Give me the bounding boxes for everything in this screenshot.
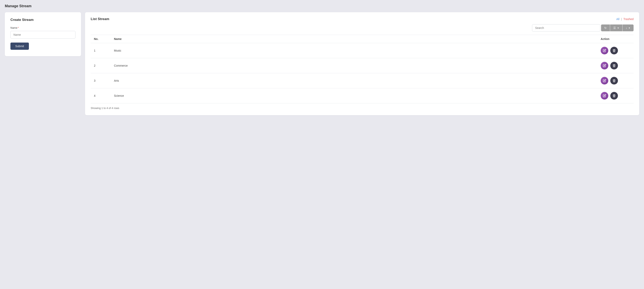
list-panel: List Stream All | Trashed ↻ ☰ ▼ ↓ ▼ [85,12,639,115]
table-row: 2Commerce [91,58,634,73]
table-body: 1Music2Commerce3Arts4Science [91,43,634,103]
edit-button[interactable] [601,47,608,54]
toolbar: ↻ ☰ ▼ ↓ ▼ [91,24,634,32]
name-input[interactable] [10,31,76,38]
filter-trashed-link[interactable]: Trashed [623,18,634,21]
search-box [532,24,600,32]
cell-no: 4 [91,88,111,103]
table-header-row: No. Name Action [91,35,634,43]
cell-no: 1 [91,43,111,58]
cell-name: Science [111,88,598,103]
cell-no: 3 [91,73,111,88]
cell-action [598,88,634,103]
required-indicator: * [18,26,19,29]
showing-text: Showing 1 to 4 of 4 rows [91,106,634,110]
col-header-name: Name [111,35,598,43]
main-layout: Create Stream Name* Submit List Stream A… [5,12,639,115]
refresh-button[interactable]: ↻ [601,24,610,31]
col-header-action: Action [598,35,634,43]
create-panel-title: Create Stream [10,18,76,22]
cell-name: Music [111,43,598,58]
delete-button[interactable] [610,47,618,54]
col-header-no: No. [91,35,111,43]
filter-all-link[interactable]: All [616,18,620,21]
action-buttons [601,92,630,100]
action-buttons [601,77,630,84]
page-title: Manage Stream [5,4,639,8]
filter-links: All | Trashed [616,18,634,21]
export-button[interactable]: ↓ ▼ [622,24,634,31]
create-stream-form: Name* Submit [10,26,76,50]
table-row: 3Arts [91,73,634,88]
list-header: List Stream All | Trashed [91,17,634,21]
cell-name: Commerce [111,58,598,73]
table-row: 4Science [91,88,634,103]
delete-button[interactable] [610,62,618,70]
cell-action [598,43,634,58]
cell-action [598,73,634,88]
download-icon: ↓ [626,26,627,30]
edit-button[interactable] [601,62,608,70]
action-buttons [601,62,630,70]
table-row: 1Music [91,43,634,58]
delete-button[interactable] [610,92,618,100]
columns-icon: ☰ [613,26,616,30]
name-label: Name* [10,26,76,29]
columns-button[interactable]: ☰ ▼ [610,24,622,31]
cell-no: 2 [91,58,111,73]
list-title: List Stream [91,17,109,21]
refresh-icon: ↻ [604,26,607,30]
chevron-down-icon: ▼ [617,27,619,29]
filter-separator: | [621,18,622,21]
search-input[interactable] [532,24,600,32]
chevron-down-icon-export: ▼ [628,27,630,29]
edit-button[interactable] [601,92,608,100]
cell-action [598,58,634,73]
delete-button[interactable] [610,77,618,84]
action-buttons [601,47,630,54]
cell-name: Arts [111,73,598,88]
data-table: No. Name Action 1Music2Commerce3Arts4Sci… [91,35,634,103]
edit-button[interactable] [601,77,608,84]
submit-button[interactable]: Submit [10,42,29,50]
create-panel: Create Stream Name* Submit [5,12,81,56]
